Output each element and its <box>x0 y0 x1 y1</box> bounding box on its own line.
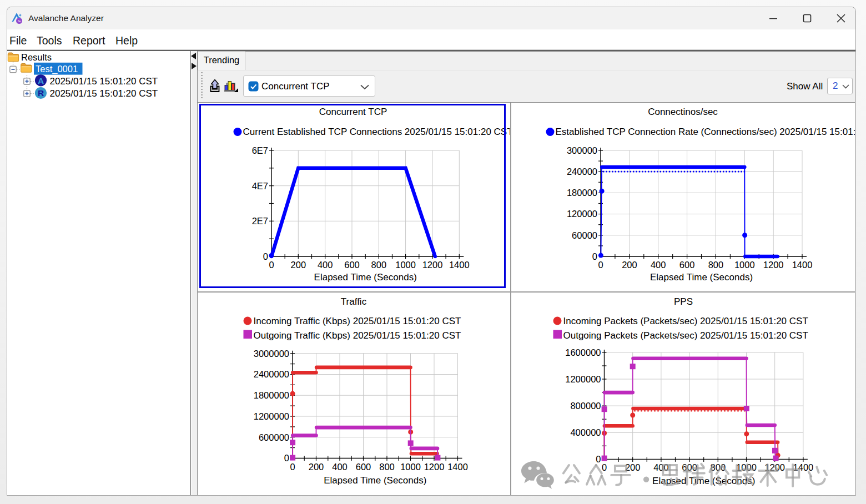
svg-text:600: 600 <box>344 260 360 270</box>
svg-text:0: 0 <box>263 251 268 261</box>
svg-text:Current Established TCP Connec: Current Established TCP Connections 2025… <box>243 127 513 137</box>
svg-text:1400: 1400 <box>792 260 813 270</box>
svg-text:180000: 180000 <box>567 188 597 198</box>
svg-text:1400: 1400 <box>447 462 468 472</box>
svg-text:0: 0 <box>592 251 597 261</box>
svg-text:0: 0 <box>284 453 289 463</box>
svg-text:A: A <box>38 76 44 85</box>
svg-text:6E7: 6E7 <box>252 145 268 155</box>
svg-text:0: 0 <box>269 260 274 270</box>
svg-text:400: 400 <box>318 260 333 270</box>
svg-text:Outgoing Traffic (Kbps) 2025/0: Outgoing Traffic (Kbps) 2025/01/15 15:01… <box>254 330 461 341</box>
svg-text:800: 800 <box>708 260 724 270</box>
svg-text:Elapsed Time (Seconds): Elapsed Time (Seconds) <box>650 272 753 283</box>
svg-text:R: R <box>38 88 44 98</box>
svg-text:fa: fa <box>18 19 21 23</box>
svg-text:Concurrent TCP: Concurrent TCP <box>319 107 387 117</box>
svg-text:Established TCP Connection Rat: Established TCP Connection Rate (Connect… <box>556 127 855 137</box>
svg-text:1200: 1200 <box>424 462 445 472</box>
svg-text:PPS: PPS <box>674 296 693 307</box>
svg-text:Incoming Packets (Packets/sec): Incoming Packets (Packets/sec) 2025/01/1… <box>563 316 808 326</box>
svg-text:Test_0001: Test_0001 <box>36 64 78 74</box>
svg-text:800000: 800000 <box>570 401 601 411</box>
svg-text:2025/01/15 15:01:20 CST: 2025/01/15 15:01:20 CST <box>50 88 158 99</box>
svg-text:1200: 1200 <box>422 260 443 270</box>
svg-text:1200000: 1200000 <box>254 411 289 421</box>
svg-text:800: 800 <box>371 260 387 270</box>
svg-text:60000: 60000 <box>572 230 597 240</box>
svg-text:1000: 1000 <box>734 260 755 270</box>
svg-text:1000: 1000 <box>400 462 421 472</box>
svg-text:120000: 120000 <box>567 209 597 219</box>
svg-text:Elapsed Time (Seconds): Elapsed Time (Seconds) <box>314 272 417 283</box>
svg-text:1600000: 1600000 <box>565 347 601 357</box>
svg-text:240000: 240000 <box>567 167 597 177</box>
svg-text:600: 600 <box>356 462 371 472</box>
svg-text:0: 0 <box>598 260 603 270</box>
svg-text:4E7: 4E7 <box>252 181 268 191</box>
svg-text:Connectinos/sec: Connectinos/sec <box>648 107 718 117</box>
svg-text:600: 600 <box>679 260 695 270</box>
svg-text:Results: Results <box>21 52 52 62</box>
svg-text:2025/01/15 15:01:20 CST: 2025/01/15 15:01:20 CST <box>50 76 158 87</box>
svg-text:800: 800 <box>379 462 395 472</box>
svg-text:2400000: 2400000 <box>254 369 289 379</box>
svg-text:600000: 600000 <box>259 432 289 442</box>
svg-text:Outgoing Packets (Packets/sec): Outgoing Packets (Packets/sec) 2025/01/1… <box>563 330 808 341</box>
svg-text:400: 400 <box>651 260 666 270</box>
svg-text:1000: 1000 <box>395 260 416 270</box>
svg-text:1400: 1400 <box>449 260 470 270</box>
svg-text:3000000: 3000000 <box>254 349 289 359</box>
svg-text:400000: 400000 <box>570 427 601 437</box>
svg-text:2E7: 2E7 <box>252 216 268 226</box>
svg-text:Elapsed Time (Seconds): Elapsed Time (Seconds) <box>324 475 426 486</box>
svg-text:0: 0 <box>290 462 295 472</box>
svg-text:Traffic: Traffic <box>341 296 367 307</box>
svg-text:Incoming Traffic (Kbps) 2025/0: Incoming Traffic (Kbps) 2025/01/15 15:01… <box>254 316 461 326</box>
svg-text:200: 200 <box>291 260 306 270</box>
svg-text:1200000: 1200000 <box>565 374 601 384</box>
svg-text:200: 200 <box>622 260 637 270</box>
svg-text:300000: 300000 <box>567 145 597 155</box>
svg-text:1800000: 1800000 <box>254 390 289 400</box>
svg-text:200: 200 <box>309 462 324 472</box>
svg-text:400: 400 <box>332 462 348 472</box>
svg-text:1200: 1200 <box>763 260 784 270</box>
